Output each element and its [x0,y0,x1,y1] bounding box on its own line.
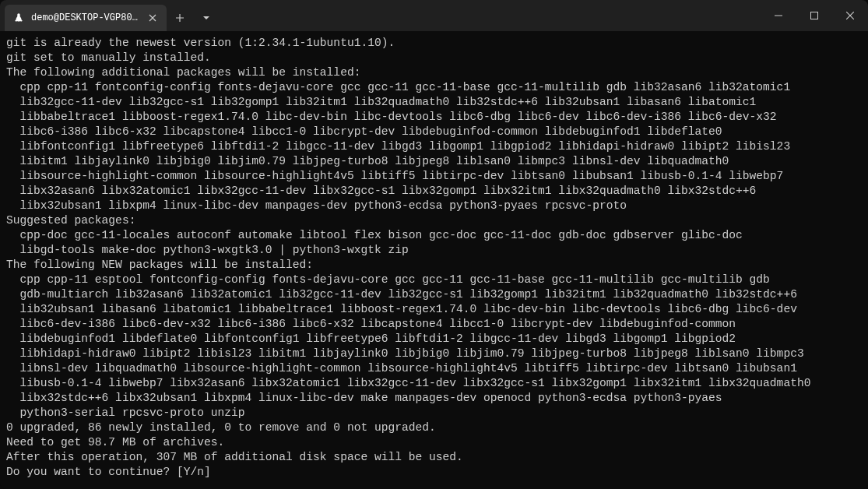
titlebar[interactable]: demo@DESKTOP-VGP80Q7: ~ [0,0,868,31]
tab-active[interactable]: demo@DESKTOP-VGP80Q7: ~ [5,5,167,31]
tab-close-button[interactable] [146,12,159,24]
titlebar-drag-area[interactable] [220,0,761,31]
close-button[interactable] [832,0,868,31]
maximize-button[interactable] [796,0,832,31]
terminal-output[interactable]: git is already the newest version (1:2.3… [0,31,868,489]
tab-title: demo@DESKTOP-VGP80Q7: ~ [31,12,140,23]
minimize-button[interactable] [761,0,796,31]
tab-dropdown-button[interactable] [193,5,220,31]
tux-icon [12,12,25,24]
tabs-area: demo@DESKTOP-VGP80Q7: ~ [0,0,220,31]
window-controls [761,0,868,31]
new-tab-button[interactable] [167,5,193,31]
svg-rect-0 [811,12,818,19]
terminal-window: demo@DESKTOP-VGP80Q7: ~ [0,0,868,489]
